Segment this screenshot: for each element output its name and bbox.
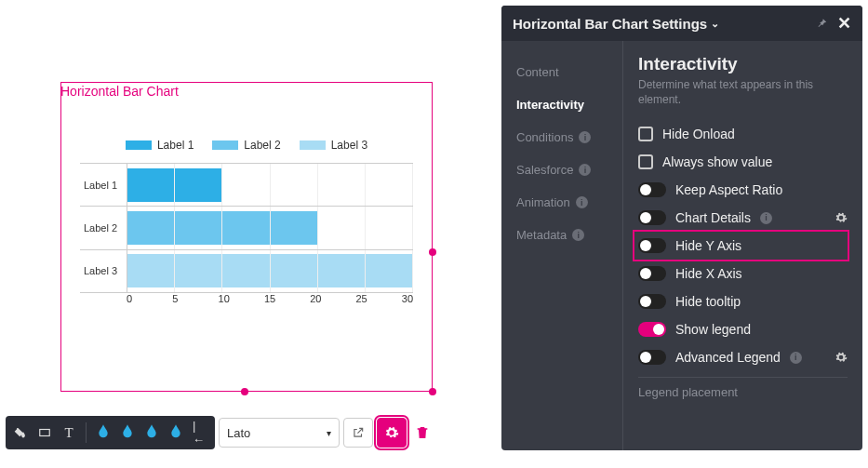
toggle[interactable] — [638, 322, 666, 337]
y-axis-label: Label 3 — [80, 265, 127, 276]
chart-row: Label 1 — [80, 164, 413, 207]
option-always-show-value[interactable]: Always show value — [638, 148, 848, 176]
toggle[interactable] — [638, 182, 666, 197]
resize-handle-corner[interactable] — [429, 388, 436, 395]
option-hide-tooltip[interactable]: Hide tooltip — [638, 287, 848, 315]
toggle[interactable] — [638, 238, 666, 253]
gear-icon[interactable] — [835, 211, 848, 224]
nav-item-interactivity[interactable]: Interactivity — [501, 88, 622, 121]
spacing-icon[interactable]: |← — [193, 425, 207, 440]
chart-row: Label 2 — [80, 207, 413, 249]
x-axis: 0 5 10 15 20 25 30 — [127, 293, 413, 304]
option-hide-onload[interactable]: Hide Onload — [638, 120, 848, 148]
pin-icon[interactable] — [815, 17, 828, 30]
section-description: Determine what text appears in this elem… — [638, 78, 848, 107]
checkbox-icon[interactable] — [638, 127, 653, 141]
font-family-select[interactable]: Lato ▾ — [219, 418, 340, 448]
option-label: Advanced Legend — [675, 350, 781, 365]
svg-rect-0 — [40, 430, 50, 436]
legend-label: Label 1 — [157, 139, 194, 152]
x-tick: 15 — [264, 293, 310, 304]
option-advanced-legend[interactable]: Advanced Legend i — [638, 343, 848, 371]
option-label: Keep Aspect Ratio — [675, 182, 782, 197]
chart-plot-area: Label 1 Label 2 Label 3 — [80, 163, 413, 293]
option-label: Show legend — [675, 322, 751, 337]
x-tick: 20 — [310, 293, 355, 304]
checkbox-icon[interactable] — [638, 154, 653, 169]
bar — [127, 254, 413, 287]
bar — [127, 168, 222, 202]
legend-swatch — [126, 140, 152, 150]
option-chart-details[interactable]: Chart Details i — [638, 204, 848, 232]
legend-swatch — [212, 140, 238, 150]
option-label: Chart Details — [675, 210, 751, 225]
x-tick: 25 — [355, 293, 401, 304]
resize-handle-bottom[interactable] — [241, 388, 248, 395]
x-tick: 30 — [402, 293, 413, 304]
gear-icon[interactable] — [835, 351, 848, 364]
font-family-value: Lato — [227, 426, 250, 440]
legend-swatch — [300, 140, 326, 150]
section-title: Interactivity — [638, 54, 848, 74]
toolbar-group-dark: T |← — [6, 416, 215, 449]
y-axis-label: Label 1 — [80, 180, 127, 191]
toggle[interactable] — [638, 350, 666, 365]
legend-label: Label 2 — [244, 139, 280, 152]
panel-content: Interactivity Determine what text appear… — [622, 41, 862, 450]
close-icon[interactable]: ✕ — [837, 13, 851, 33]
delete-button[interactable] — [410, 421, 434, 445]
toggle[interactable] — [638, 294, 666, 309]
y-axis-label: Label 2 — [80, 222, 127, 234]
option-show-legend[interactable]: Show legend — [638, 315, 848, 343]
x-tick: 0 — [127, 293, 172, 304]
legend-placement-label: Legend placement — [638, 377, 848, 399]
nav-item-animation[interactable]: Animation i — [501, 186, 622, 219]
chart-legend: Label 1 Label 2 Label 3 — [80, 139, 413, 152]
settings-button[interactable] — [377, 418, 407, 448]
panel-nav: Content Interactivity Conditions i Sales… — [501, 41, 622, 450]
nav-item-metadata[interactable]: Metadata i — [501, 219, 622, 251]
option-hide-y-axis[interactable]: Hide Y Axis — [634, 232, 848, 260]
chart-row: Label 3 — [80, 250, 413, 292]
chevron-down-icon: ▾ — [327, 428, 331, 438]
toolbar-separator — [86, 422, 87, 443]
legend-item: Label 1 — [126, 139, 194, 152]
option-label: Hide Onload — [662, 127, 735, 141]
option-label: Hide Y Axis — [675, 238, 741, 253]
option-label: Hide X Axis — [675, 266, 742, 281]
info-icon: i — [579, 164, 591, 176]
color-drop-4-icon[interactable] — [168, 422, 183, 443]
legend-item: Label 2 — [212, 139, 280, 152]
option-hide-x-axis[interactable]: Hide X Axis — [638, 260, 848, 287]
settings-panel: Horizontal Bar Chart Settings ⌄ ✕ Conten… — [501, 6, 862, 450]
color-drop-2-icon[interactable] — [120, 422, 135, 443]
toggle[interactable] — [638, 266, 666, 281]
fill-bucket-icon[interactable] — [13, 425, 28, 440]
color-drop-1-icon[interactable] — [96, 422, 111, 443]
color-drop-3-icon[interactable] — [144, 422, 159, 443]
open-external-button[interactable] — [343, 418, 373, 448]
panel-header: Horizontal Bar Chart Settings ⌄ ✕ — [501, 6, 862, 41]
legend-item: Label 3 — [300, 139, 367, 152]
nav-item-conditions[interactable]: Conditions i — [501, 121, 622, 154]
info-icon: i — [572, 229, 584, 241]
bar — [127, 211, 317, 245]
text-icon[interactable]: T — [61, 425, 76, 440]
x-tick: 5 — [172, 293, 218, 304]
border-icon[interactable] — [37, 425, 52, 440]
toggle[interactable] — [638, 210, 666, 225]
panel-title[interactable]: Horizontal Bar Chart Settings ⌄ — [513, 16, 815, 32]
chart-canvas[interactable]: Label 1 Label 2 Label 3 Label 1 Label 2 — [60, 82, 433, 392]
option-label: Always show value — [662, 154, 772, 169]
x-tick: 10 — [219, 293, 264, 304]
chevron-down-icon: ⌄ — [711, 18, 719, 30]
nav-item-salesforce[interactable]: Salesforce i — [501, 154, 622, 186]
editor-toolbar: T |← Lato ▾ — [6, 416, 434, 449]
info-icon: i — [579, 131, 591, 143]
chart: Label 1 Label 2 Label 3 Label 1 Label 2 — [80, 139, 413, 304]
option-keep-aspect-ratio[interactable]: Keep Aspect Ratio — [638, 176, 848, 204]
legend-label: Label 3 — [331, 139, 367, 152]
resize-handle-right[interactable] — [429, 248, 436, 256]
nav-item-content[interactable]: Content — [501, 56, 622, 88]
option-label: Hide tooltip — [675, 294, 741, 309]
